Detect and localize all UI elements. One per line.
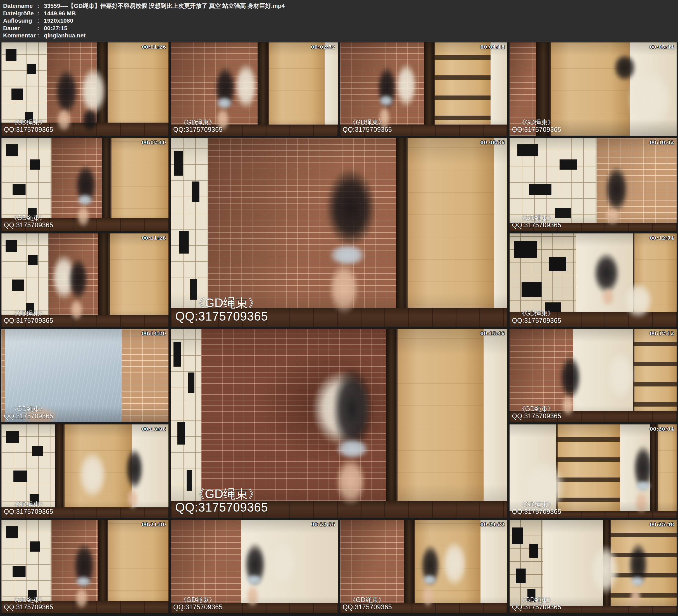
watermark-title: 《GD绳束》 — [11, 310, 53, 317]
watermark: 《GD绳束》 QQ:3175709365 — [173, 596, 223, 611]
watermark: 《GD绳束》 QQ:3175709365 — [4, 501, 53, 515]
metadata-value: qinglanhua.net — [44, 32, 85, 39]
metadata-label: Dauer — [3, 25, 37, 32]
watermark-title: 《GD绳束》 — [519, 596, 562, 604]
watermark-qq: QQ:3175709365 — [512, 317, 562, 324]
watermark: 《GD绳束》 QQ:3175709365 — [512, 596, 562, 611]
watermark-qq: QQ:3175709365 — [512, 508, 562, 515]
metadata-value: 1920x1080 — [44, 17, 73, 25]
watermark: 《GD绳束》 QQ:3175709365 — [512, 405, 562, 420]
metadata-separator: : — [37, 10, 44, 17]
watermark-qq: QQ:3175709365 — [175, 501, 268, 514]
video-thumbnail: 00:17:12 《GD绳束》 QQ:3175709365 — [510, 329, 677, 422]
metadata-value: 00:27:15 — [44, 25, 67, 32]
watermark-qq: QQ:3175709365 — [4, 508, 53, 515]
watermark-title: 《GD绳束》 — [349, 596, 392, 604]
watermark: 《GD绳束》 QQ:3175709365 — [4, 119, 53, 133]
metadata-row: Dateigröße : 1449.96 MB — [3, 10, 675, 17]
watermark-qq: QQ:3175709365 — [4, 317, 53, 324]
watermark-qq: QQ:3175709365 — [343, 126, 392, 133]
watermark-title: 《GD绳束》 — [192, 487, 268, 501]
watermark-title: 《GD绳束》 — [519, 501, 562, 508]
watermark-qq: QQ:3175709365 — [4, 126, 53, 133]
timestamp-overlay: 00:21:30 — [142, 522, 166, 527]
watermark-qq: QQ:3175709365 — [343, 604, 392, 611]
timestamp-overlay: 00:10:02 — [649, 140, 674, 145]
watermark: 《GD绳束》 QQ:3175709365 — [4, 214, 53, 229]
video-thumbnail: 00:14:20 《GD绳束》 QQ:3175709365 — [1, 329, 168, 422]
watermark: 《GD绳束》 QQ:3175709365 — [512, 310, 562, 324]
watermark-title: 《GD绳束》 — [11, 405, 53, 413]
watermark-qq: QQ:3175709365 — [512, 126, 562, 133]
watermark: 《GD绳束》 QQ:3175709365 — [512, 214, 562, 229]
file-metadata-header: Dateiname : 33559----【GD绳束】佳嘉好不容易放假 没想到比… — [0, 0, 678, 42]
watermark-title: 《GD绳束》 — [349, 119, 392, 126]
watermark-title: 《GD绳束》 — [519, 214, 562, 222]
watermark-qq: QQ:3175709365 — [4, 222, 53, 229]
metadata-value: 33559----【GD绳束】佳嘉好不容易放假 没想到比上次更开放了 真空 站立… — [44, 2, 285, 10]
video-thumbnail: 00:04:18 《GD绳束》 QQ:3175709365 — [340, 42, 507, 136]
watermark-title: 《GD绳束》 — [519, 405, 562, 413]
metadata-row: Kommentar : qinglanhua.net — [3, 32, 675, 39]
watermark: 《GD绳束》 QQ:3175709365 — [343, 119, 392, 133]
metadata-separator: : — [37, 2, 44, 10]
video-thumbnail: 00:25:48 《GD绳束》 QQ:3175709365 — [510, 520, 677, 613]
timestamp-overlay: 00:05:44 — [649, 44, 674, 50]
video-thumbnail: 00:24:22 《GD绳束》 QQ:3175709365 — [340, 520, 507, 613]
timestamp-overlay: 00:15:46 — [480, 331, 505, 336]
watermark: 《GD绳束》 QQ:3175709365 — [4, 405, 53, 420]
watermark-qq: QQ:3175709365 — [173, 604, 223, 611]
timestamp-overlay: 00:20:04 — [649, 426, 674, 432]
timestamp-overlay: 00:22:56 — [311, 522, 336, 527]
watermark: 《GD绳束》 QQ:3175709365 — [4, 596, 53, 611]
timestamp-overlay: 00:11:28 — [142, 235, 166, 241]
watermark-title: 《GD绳束》 — [11, 214, 53, 222]
watermark-title: 《GD绳束》 — [11, 596, 53, 604]
watermark: 《GD绳束》 QQ:3175709365 — [175, 487, 268, 514]
watermark-title: 《GD绳束》 — [519, 119, 562, 126]
video-thumbnail: 00:18:38 《GD绳束》 QQ:3175709365 — [1, 424, 168, 518]
video-thumbnail: 00:15:46 《GD绳束》 QQ:3175709365 — [171, 329, 507, 518]
timestamp-overlay: 00:12:54 — [649, 235, 674, 241]
video-thumbnail: 00:07:10 《GD绳束》 QQ:3175709365 — [1, 138, 168, 231]
watermark: 《GD绳束》 QQ:3175709365 — [512, 119, 562, 133]
video-thumbnail: 00:22:56 《GD绳束》 QQ:3175709365 — [171, 520, 338, 613]
watermark-qq: QQ:3175709365 — [173, 126, 223, 133]
metadata-separator: : — [37, 32, 44, 39]
video-thumbnail: 00:11:28 《GD绳束》 QQ:3175709365 — [1, 233, 168, 327]
video-thumbnail: 00:08:36 《GD绳束》 QQ:3175709365 — [171, 138, 507, 327]
watermark-qq: QQ:3175709365 — [512, 413, 562, 420]
timestamp-overlay: 00:07:10 — [142, 140, 166, 145]
timestamp-overlay: 00:02:52 — [311, 44, 336, 50]
metadata-label: Auflösung — [3, 17, 37, 25]
timestamp-overlay: 00:18:38 — [142, 426, 166, 432]
metadata-value: 1449.96 MB — [44, 10, 76, 17]
watermark-title: 《GD绳束》 — [180, 596, 223, 604]
watermark: 《GD绳束》 QQ:3175709365 — [343, 596, 392, 611]
metadata-label: Dateigröße — [3, 10, 37, 17]
metadata-separator: : — [37, 17, 44, 25]
watermark: 《GD绳束》 QQ:3175709365 — [175, 296, 268, 323]
timestamp-overlay: 00:24:22 — [480, 522, 505, 527]
watermark-title: 《GD绳束》 — [192, 296, 268, 310]
watermark-qq: QQ:3175709365 — [512, 604, 562, 611]
metadata-label: Dateiname — [3, 2, 37, 10]
watermark-title: 《GD绳束》 — [519, 310, 562, 317]
watermark: 《GD绳束》 QQ:3175709365 — [512, 501, 562, 515]
video-thumbnail: 00:21:30 《GD绳束》 QQ:3175709365 — [1, 520, 168, 613]
watermark-qq: QQ:3175709365 — [512, 222, 562, 229]
metadata-row: Dateiname : 33559----【GD绳束】佳嘉好不容易放假 没想到比… — [3, 2, 675, 10]
watermark-title: 《GD绳束》 — [180, 119, 223, 126]
metadata-separator: : — [37, 25, 44, 32]
watermark: 《GD绳束》 QQ:3175709365 — [173, 119, 223, 133]
timestamp-overlay: 00:25:48 — [649, 522, 674, 527]
watermark-qq: QQ:3175709365 — [4, 413, 53, 420]
timestamp-overlay: 00:14:20 — [142, 331, 166, 336]
metadata-row: Auflösung : 1920x1080 — [3, 17, 675, 25]
watermark-qq: QQ:3175709365 — [175, 310, 268, 323]
video-thumbnail: 00:01:26 《GD绳束》 QQ:3175709365 — [1, 42, 168, 136]
video-thumbnail: 00:12:54 《GD绳束》 QQ:3175709365 — [510, 233, 677, 327]
thumbnail-grid: 00:01:26 《GD绳束》 QQ:3175709365 00:02:52 《… — [0, 42, 678, 616]
watermark: 《GD绳束》 QQ:3175709365 — [4, 310, 53, 324]
metadata-label: Kommentar — [3, 32, 37, 39]
